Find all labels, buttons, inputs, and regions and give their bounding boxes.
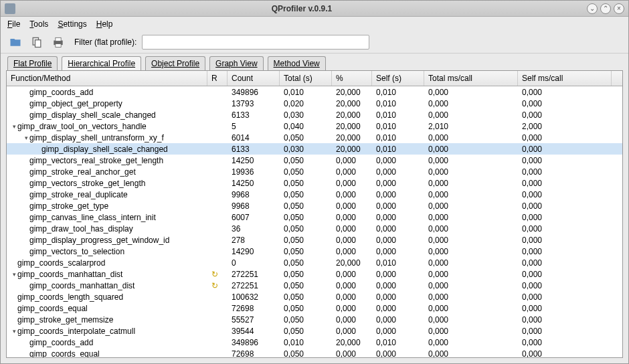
pct-cell: 20,000	[332, 110, 372, 120]
smc-cell: 0,000	[518, 179, 612, 188]
pct-cell: 20,000	[332, 99, 372, 108]
table-row[interactable]: ▾gimp_display_shell_untransform_xy_f6014…	[7, 132, 622, 143]
close-button[interactable]: ×	[614, 3, 624, 14]
table-row[interactable]: gimp_stroke_real_duplicate99680,0500,000…	[7, 189, 622, 200]
pct-cell: 0,000	[332, 270, 372, 279]
table-row[interactable]: gimp_stroke_get_type99680,0500,0000,0000…	[7, 200, 622, 211]
filter-input[interactable]	[142, 35, 369, 50]
expand-icon[interactable]: ▾	[11, 271, 17, 278]
function-cell: gimp_stroke_get_type	[7, 201, 207, 211]
col-header[interactable]: Self (s)	[372, 71, 424, 86]
function-name: gimp_vectors_stroke_get_length	[29, 179, 145, 188]
table-row[interactable]: gimp_stroke_real_anchor_get199360,0500,0…	[7, 166, 622, 177]
col-header[interactable]: Total ms/call	[424, 71, 518, 86]
count-cell: 72698	[228, 349, 280, 358]
total-cell: 0,050	[280, 224, 332, 234]
col-header[interactable]: Total (s)	[280, 71, 332, 86]
col-header[interactable]: R	[207, 71, 228, 86]
copy-icon[interactable]	[29, 34, 45, 50]
table-row[interactable]: gimp_coords_scalarprod00,05020,0000,0100…	[7, 257, 622, 268]
total-cell: 0,030	[280, 110, 332, 120]
tmc-cell: 0,000	[424, 304, 518, 313]
smc-cell: 0,000	[518, 281, 612, 290]
count-cell: 6133	[228, 145, 280, 154]
table-row[interactable]: gimp_display_shell_scale_changed61330,03…	[7, 109, 622, 120]
table-row[interactable]: gimp_canvas_line_class_intern_init60070,…	[7, 211, 622, 223]
function-name: gimp_draw_tool_on_vectors_handle	[17, 122, 147, 131]
smc-cell: 0,000	[518, 145, 612, 154]
menu-help[interactable]: Help	[96, 19, 113, 29]
table-row[interactable]: gimp_coords_equal726980,0500,0000,0000,0…	[7, 302, 622, 314]
table-row[interactable]: gimp_coords_add3498960,01020,0000,0100,0…	[7, 337, 622, 348]
table-row[interactable]: ▾gimp_coords_interpolate_catmull395440,0…	[7, 325, 622, 337]
table-row[interactable]: gimp_object_get_property137930,02020,000…	[7, 98, 622, 109]
tmc-cell: 0,000	[424, 349, 518, 358]
menu-tools[interactable]: Tools	[29, 19, 48, 29]
tmc-cell: 0,000	[424, 236, 518, 245]
table-row[interactable]: gimp_display_shell_scale_changed61330,03…	[7, 143, 622, 155]
table-row[interactable]: gimp_coords_length_squared1006320,0500,0…	[7, 291, 622, 302]
total-cell: 0,050	[280, 190, 332, 199]
total-cell: 0,050	[280, 247, 332, 256]
total-cell: 0,030	[280, 145, 332, 154]
function-cell: gimp_stroke_get_memsize	[7, 315, 207, 325]
col-header[interactable]: Function/Method	[7, 71, 207, 86]
table-row[interactable]: ▾gimp_coords_manhattan_dist↻2722510,0500…	[7, 268, 622, 280]
total-cell: 0,050	[280, 281, 332, 290]
table-row[interactable]: gimp_stroke_get_memsize555270,0500,0000,…	[7, 314, 622, 325]
tmc-cell: 0,000	[424, 247, 518, 256]
table-row[interactable]: gimp_display_progress_get_window_id2780,…	[7, 234, 622, 246]
table-row[interactable]: ▾gimp_draw_tool_on_vectors_handle50,0402…	[7, 120, 622, 132]
tab-object-profile[interactable]: Object Profile	[145, 56, 205, 70]
tmc-cell: 0,000	[424, 190, 518, 199]
count-cell: 9968	[228, 201, 280, 211]
expand-icon[interactable]: ▾	[23, 134, 29, 141]
tmc-cell: 0,000	[424, 201, 518, 211]
function-cell: gimp_draw_tool_has_display	[7, 224, 207, 234]
tab-graph-view[interactable]: Graph View	[209, 56, 263, 70]
toolbar: Filter (flat profile):	[1, 31, 628, 54]
smc-cell: 0,000	[518, 327, 612, 336]
tab-flat-profile[interactable]: Flat Profile	[7, 56, 58, 70]
smc-cell: 0,000	[518, 270, 612, 279]
table-row[interactable]: gimp_draw_tool_has_display360,0500,0000,…	[7, 223, 622, 234]
function-name: gimp_stroke_get_type	[29, 201, 108, 211]
tab-hierarchical-profile[interactable]: Hierarchical Profile	[62, 56, 141, 70]
open-icon[interactable]	[7, 34, 23, 50]
tmc-cell: 0,000	[424, 99, 518, 108]
tab-method-view[interactable]: Method View	[268, 56, 326, 70]
self-cell: 0,010	[372, 133, 424, 143]
table-row[interactable]: gimp_coords_add3498960,01020,0000,0100,0…	[7, 86, 622, 98]
function-name: gimp_stroke_real_anchor_get	[29, 167, 136, 177]
self-cell: 0,000	[372, 156, 424, 165]
table-body[interactable]: gimp_coords_add3498960,01020,0000,0100,0…	[7, 86, 622, 357]
table-row[interactable]: gimp_vectors_real_stroke_get_length14250…	[7, 155, 622, 166]
menu-file[interactable]: File	[7, 19, 20, 29]
maximize-button[interactable]: ⌃	[600, 3, 611, 14]
tmc-cell: 0,000	[424, 258, 518, 268]
pct-cell: 20,000	[332, 88, 372, 97]
table-row[interactable]: gimp_vectors_stroke_get_length142500,050…	[7, 177, 622, 189]
r-cell: ↻	[207, 270, 228, 279]
col-header[interactable]: %	[332, 71, 372, 86]
tmc-cell: 0,000	[424, 179, 518, 188]
svg-rect-4	[56, 44, 61, 48]
table-row[interactable]: gimp_vectors_to_selection142900,0500,000…	[7, 246, 622, 257]
total-cell: 0,050	[280, 270, 332, 279]
col-header[interactable]: Count	[228, 71, 280, 86]
tmc-cell: 0,000	[424, 110, 518, 120]
function-cell: gimp_coords_length_squared	[7, 292, 207, 302]
function-name: gimp_coords_manhattan_dist	[29, 281, 134, 290]
table-row[interactable]: gimp_coords_equal726980,0500,0000,0000,0…	[7, 348, 622, 357]
table-row[interactable]: gimp_coords_manhattan_dist↻2722510,0500,…	[7, 280, 622, 291]
minimize-button[interactable]: ⌄	[587, 3, 598, 14]
expand-icon[interactable]: ▾	[11, 123, 17, 130]
pct-cell: 0,000	[332, 224, 372, 234]
expand-icon[interactable]: ▾	[11, 328, 17, 335]
count-cell: 349896	[228, 338, 280, 347]
menu-settings[interactable]: Settings	[58, 19, 86, 29]
col-header[interactable]: Self ms/call	[518, 71, 612, 86]
smc-cell: 0,000	[518, 304, 612, 313]
count-cell: 272251	[228, 270, 280, 279]
print-icon[interactable]	[50, 34, 66, 50]
